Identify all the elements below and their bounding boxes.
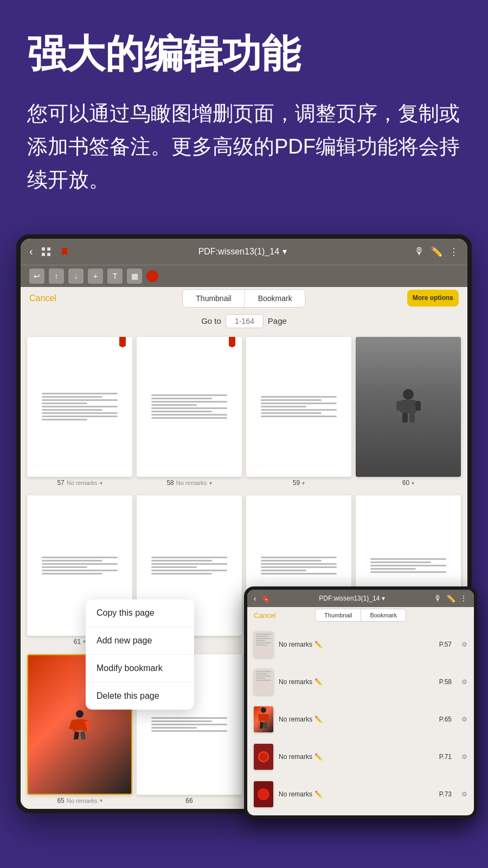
svg-point-11 [261,707,266,713]
delete-page-item[interactable]: Delete this page [86,682,194,710]
page-input[interactable] [226,314,264,328]
text-line [261,416,336,417]
text-line [151,570,227,571]
bookmark-edit-icon-73[interactable]: ✏️ [314,790,323,798]
secondary-back-icon[interactable]: ‹ [254,594,256,603]
text-line [42,560,102,561]
thumbnail-58[interactable]: 58 No remarks ▾ [137,337,242,487]
more-icon[interactable]: ⋮ [449,246,459,258]
thumb-page-57[interactable] [27,337,132,477]
secondary-topbar: ‹ 🔖 PDF:wissen13(1)_14 ▾ 🎙 ✏️ ⋮ [247,590,474,607]
secondary-tab-group: Thumbnail Bookmark [315,609,406,622]
thumb-page-59[interactable] [246,337,351,477]
bookmark-item-73[interactable]: No remarks ✏️ P.73 ⚙ [247,776,474,813]
bookmark-info-58: No remarks ✏️ [279,678,434,686]
text-line [42,396,102,398]
dropdown-65[interactable]: ▾ [100,797,102,803]
page-number-65: 65 [57,797,64,805]
zoom-in-icon[interactable]: + [88,269,103,284]
dropdown-57[interactable]: ▾ [100,480,102,486]
thumb-page-58[interactable] [137,337,242,477]
context-menu: Copy this page Add new page Modify bookm… [86,599,194,710]
bookmark-page-58: P.58 [439,678,452,686]
bookmark-thumb-71 [254,744,273,770]
thumbnail-59[interactable]: 59 ▾ [246,337,351,487]
back-icon[interactable]: ‹ [29,245,33,258]
modify-bookmark-item[interactable]: Modify bookmark [86,655,194,682]
bookmark-settings-73[interactable]: ⚙ [461,790,467,798]
bookmark-info-57: No remarks ✏️ [279,641,434,648]
goto-row: Go to Page [21,310,467,333]
bookmark-remarks-58: No remarks [279,678,312,686]
device-container: ‹ [16,234,472,813]
page-number-61: 61 [74,638,81,646]
secondary-bookmark-icon[interactable]: 🔖 [261,594,270,603]
svg-rect-9 [409,413,415,423]
bookmark-item-58[interactable]: No remarks ✏️ P.58 ⚙ [247,663,474,701]
bookmark-page-73: P.73 [439,790,452,798]
text-line [261,409,336,411]
thumb-label-66: 66 [185,797,192,805]
highlight-icon[interactable]: ▦ [127,269,142,284]
bookmark-settings-65[interactable]: ⚙ [461,716,467,723]
bookmark-edit-icon-71[interactable]: ✏️ [314,753,323,761]
tab-thumbnail[interactable]: Thumbnail [183,290,244,307]
dropdown-icon[interactable]: ▾ [282,246,287,257]
secondary-cancel-button[interactable]: Cancel [254,611,275,620]
secondary-dropdown-icon[interactable]: ▾ [382,595,385,602]
text-line [42,570,117,571]
up-icon[interactable]: ↑ [49,269,64,284]
bookmark-settings-71[interactable]: ⚙ [461,753,467,761]
secondary-mic-icon[interactable]: 🎙 [434,594,442,603]
svg-rect-3 [47,253,50,256]
dropdown-59[interactable]: ▾ [302,480,305,486]
mic-icon[interactable]: 🎙 [414,246,424,257]
bookmark-item-65[interactable]: No remarks ✏️ P.65 ⚙ [247,701,474,738]
hero-title: 强大的编辑功能 [27,33,461,75]
secondary-more-icon[interactable]: ⋮ [460,594,467,603]
copy-page-item[interactable]: Copy this page [86,599,194,627]
undo-icon[interactable]: ↩ [29,269,44,284]
dropdown-58[interactable]: ▾ [209,480,212,486]
tab-bookmark[interactable]: Bookmark [245,290,305,307]
cancel-button[interactable]: Cancel [29,293,56,303]
thumbnail-60[interactable]: 60 ▾ [356,337,461,487]
text-line [261,560,321,561]
thumb-page-60[interactable] [356,337,461,477]
more-options-button[interactable]: More options [407,290,459,306]
bookmark-item-71[interactable]: No remarks ✏️ P.71 ⚙ [247,738,474,776]
grid-icon[interactable] [40,245,53,258]
dropdown-60[interactable]: ▾ [412,480,414,486]
no-remarks-57: No remarks [67,480,98,486]
bookmark-settings-58[interactable]: ⚙ [461,678,467,686]
bookmark-remarks-73: No remarks [279,790,312,798]
text-line [261,406,306,407]
svg-rect-5 [400,400,416,413]
pencil-icon[interactable]: ✏️ [431,246,442,258]
color-icon[interactable] [146,270,158,282]
tablet-topbar: ‹ [21,239,467,265]
bookmark-edit-icon-57[interactable]: ✏️ [314,641,323,648]
thumbnail-57[interactable]: 57 No remarks ▾ [27,337,132,487]
thumb-label-61: 61 ▾ [74,638,86,646]
bookmark-settings-57[interactable]: ⚙ [461,641,467,648]
text-icon[interactable]: T [107,269,123,284]
add-page-item[interactable]: Add new page [86,627,194,655]
text-line [370,558,446,560]
secondary-tab-thumbnail[interactable]: Thumbnail [316,609,361,621]
text-line [261,396,336,398]
text-line [151,401,227,403]
text-line [151,414,227,416]
page-number-59: 59 [293,479,300,487]
secondary-pencil-icon[interactable]: ✏️ [446,594,455,603]
bookmark-item-57[interactable]: No remarks ✏️ P.57 ⚙ [247,626,474,663]
bookmark-edit-icon-65[interactable]: ✏️ [314,716,323,723]
thumbnail-grid-row1: 57 No remarks ▾ [21,333,467,492]
text-line [261,399,321,401]
hero-description: 您可以通过鸟瞰图增删页面，调整页序，复制或添加书签备注。更多高级的PDF编辑功能… [27,97,461,196]
bookmark-icon[interactable] [58,245,71,258]
secondary-tab-bookmark[interactable]: Bookmark [361,609,406,621]
bookmark-edit-icon-58[interactable]: ✏️ [314,678,323,686]
down-icon[interactable]: ↓ [68,269,84,284]
text-line [151,407,227,409]
